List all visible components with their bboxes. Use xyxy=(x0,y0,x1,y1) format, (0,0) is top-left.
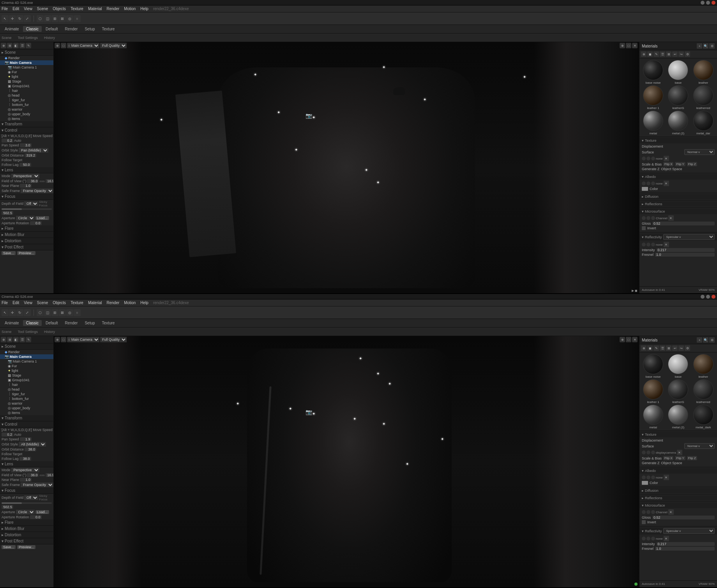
refl-x-btn-b[interactable]: ✕ xyxy=(664,536,669,541)
focus-section[interactable]: ▾ Focus xyxy=(0,194,53,200)
alb-color-swatch-b[interactable] xyxy=(642,481,648,485)
quality-select[interactable]: Full Quality xyxy=(100,43,127,48)
tree-light-b[interactable]: ✦ light xyxy=(0,368,53,373)
diffusion-header-top[interactable]: ▸Diffusion xyxy=(639,194,717,199)
near-plane-val-b[interactable]: 1.0 xyxy=(20,478,32,482)
tab-texture[interactable]: Texture xyxy=(99,26,118,32)
light-marker-b2[interactable] xyxy=(376,371,380,376)
menu-objects-b[interactable]: Objects xyxy=(53,301,66,305)
vp-btn-4[interactable]: ☰ xyxy=(19,43,25,48)
vp-btn-5b[interactable]: ✎ xyxy=(26,337,31,342)
toolbar-icon-rotate-b[interactable]: ↻ xyxy=(16,309,23,316)
focus-section-b[interactable]: ▾Focus xyxy=(0,488,53,494)
toolbar-icon-scale[interactable]: ⤢ xyxy=(24,15,31,22)
motion-blur-section[interactable]: ▸ Motion Blur xyxy=(0,232,53,238)
mat-swatch-leather[interactable]: leather xyxy=(691,60,715,85)
vp-ctrl-1[interactable]: ⊕ xyxy=(55,43,60,48)
tree-light[interactable]: ✦ light xyxy=(0,74,53,79)
toolbar-icon-4[interactable]: ⊞ xyxy=(51,15,58,22)
mat-tb-4[interactable]: ☰ xyxy=(660,51,665,57)
camera-select[interactable]: Main Camera xyxy=(69,43,99,48)
vp-btn-1b[interactable]: ⊕ xyxy=(1,337,6,342)
mat-tb-2[interactable]: ◼ xyxy=(647,51,653,57)
menu-view[interactable]: View xyxy=(24,7,32,11)
tree-items-b[interactable]: ◎ items xyxy=(0,410,53,415)
vp-ctrl-2b[interactable]: □ xyxy=(61,337,66,342)
aperture-select[interactable]: Circle xyxy=(16,216,35,220)
post-effect-section-b[interactable]: ▾Post Effect xyxy=(0,538,53,544)
tree-main-camera-1b[interactable]: 📷 Main Camera 1 xyxy=(0,359,53,364)
menu-objects[interactable]: Objects xyxy=(53,7,66,11)
light-marker-8[interactable] xyxy=(294,148,298,152)
toolbar-icon-6b[interactable]: ◎ xyxy=(66,309,73,316)
vp-btn-5[interactable]: ✎ xyxy=(26,43,31,48)
flare-section[interactable]: ▸ Flare xyxy=(0,225,53,232)
vp-right-3b[interactable]: ✕ xyxy=(632,337,638,342)
mat-swatch-metaldark-b[interactable]: metal_dark xyxy=(691,405,715,429)
tree-warrior[interactable]: ◎ warrior xyxy=(0,107,53,112)
tree-render-b[interactable]: ◆ Render xyxy=(0,350,53,354)
mat-tb-2b[interactable]: ◼ xyxy=(647,345,653,351)
flip-y-btn-b[interactable]: Flip Y xyxy=(675,456,685,460)
mat-search-bottom[interactable]: 🔍 xyxy=(703,337,708,343)
mat-swatch-base[interactable]: base xyxy=(666,60,690,85)
viewport-bottom[interactable]: ⊕ □ ⊠ Main Camera Full Quality ⊕ □ ✕ xyxy=(54,336,639,587)
fov-val-b[interactable]: 36.0 xyxy=(27,473,39,477)
vp-right-1[interactable]: ⊕ xyxy=(620,43,625,48)
control-section-b[interactable]: ▾Control xyxy=(0,421,53,428)
gloss-x-btn-b[interactable]: ✕ xyxy=(668,509,674,515)
post-preview-btn[interactable]: Preview... xyxy=(17,251,35,255)
flip-z-btn[interactable]: Flip Z xyxy=(687,162,697,166)
fresnel-value-bottom[interactable]: 1.0 xyxy=(655,547,715,551)
mat-swatch-metal2[interactable]: metal (2) xyxy=(666,111,690,135)
follow-lag-value[interactable]: 50.0 xyxy=(19,163,31,167)
light-marker-b4[interactable] xyxy=(235,401,240,406)
menu-file[interactable]: File xyxy=(2,7,8,11)
mat-tb-4b[interactable]: ☰ xyxy=(660,345,665,351)
mat-swatch-leatherred[interactable]: leatherred xyxy=(691,85,715,110)
mat-settings-top[interactable]: ⚙ xyxy=(709,43,715,49)
tree-tiger-fur[interactable]: ⋮ tiger_fur xyxy=(0,98,53,102)
tree-main-camera-1[interactable]: 📷 Main Camera 1 xyxy=(0,65,53,70)
scene-section-b[interactable]: ▸Scene xyxy=(0,343,53,350)
tab-classic[interactable]: Classic xyxy=(23,26,42,32)
aperture-load-btn[interactable]: Load... xyxy=(35,216,49,220)
mat-swatch-metal-b[interactable]: metal xyxy=(641,405,665,429)
tree-warrior-b[interactable]: ◎ warrior xyxy=(0,401,53,406)
intensity-value-top[interactable]: 0.217 xyxy=(657,248,715,252)
tree-upper-body[interactable]: ◎ upper_body xyxy=(0,112,53,116)
menu-view-b[interactable]: View xyxy=(24,301,32,305)
surface-mode-select[interactable]: Normal v xyxy=(684,149,715,155)
distortion-section[interactable]: ▸ Distortion xyxy=(0,238,53,244)
menu-material-b[interactable]: Material xyxy=(88,301,102,305)
tree-fur-b[interactable]: ◉ Fur xyxy=(0,364,53,368)
mat-add-bottom[interactable]: + xyxy=(697,337,702,343)
menu-motion[interactable]: Motion xyxy=(124,7,136,11)
reflectivity-type-select-b[interactable]: Specular v xyxy=(663,528,715,534)
flip-x-btn-b[interactable]: Flip X xyxy=(663,456,673,460)
post-save-btn[interactable]: Save... xyxy=(2,251,16,255)
tree-main-camera[interactable]: 📷 Main Camera xyxy=(0,60,53,65)
motion-blur-section-b[interactable]: ▸Motion Blur xyxy=(0,526,53,532)
wasd-val-b[interactable]: 0.2 xyxy=(2,433,13,437)
orbit-dist-value[interactable]: 319.2 xyxy=(25,153,36,157)
light-marker-b8[interactable] xyxy=(381,421,386,426)
fov-mm-value[interactable]: 16.91 xyxy=(46,179,54,183)
toolbar-icon-7b[interactable]: ○ xyxy=(74,309,81,316)
mat-swatch-leatherred-b[interactable]: leatherred xyxy=(691,379,715,404)
menu-material[interactable]: Material xyxy=(88,7,102,11)
mat-tb-1b[interactable]: ⊕ xyxy=(641,345,646,351)
flare-section-b[interactable]: ▸Flare xyxy=(0,519,53,526)
control-section[interactable]: ▾ Control xyxy=(0,127,53,134)
menu-render-b[interactable]: Render xyxy=(107,301,120,305)
flip-y-btn[interactable]: Flip Y xyxy=(675,162,685,166)
tree-upper-body-b[interactable]: ◎ upper_body xyxy=(0,406,53,410)
aperture-rotation-val-b[interactable]: 0.0 xyxy=(30,515,42,519)
mat-tb-5b[interactable]: ⊠ xyxy=(666,345,671,351)
tree-fur[interactable]: ◉ Fur xyxy=(0,70,53,74)
microsurface-header-bottom[interactable]: ▾Microsurface xyxy=(639,503,717,508)
menu-scene-b[interactable]: Scene xyxy=(37,301,48,305)
toolbar-icon-2b[interactable]: ⬡ xyxy=(37,309,44,316)
light-marker-b1[interactable] xyxy=(358,356,363,361)
mat-tb-6[interactable]: ↩ xyxy=(672,51,678,57)
